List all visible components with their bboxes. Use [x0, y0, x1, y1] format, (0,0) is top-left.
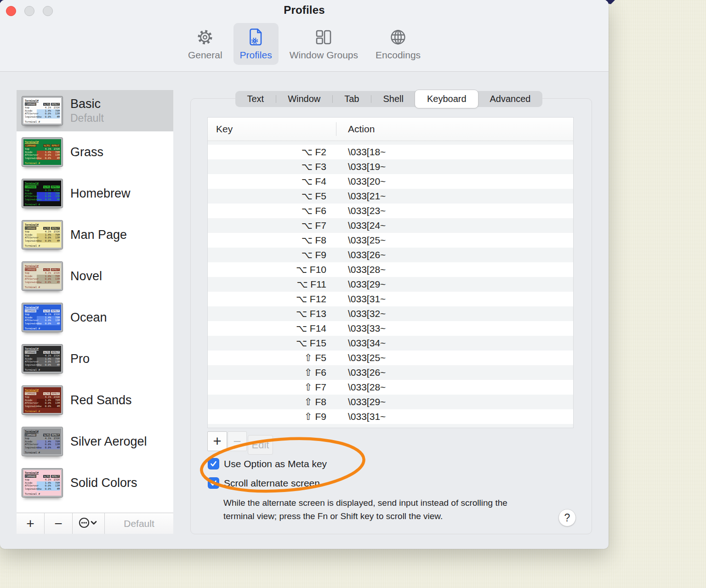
preferences-toolbar: General Profiles Window Groups Encodings: [0, 23, 609, 69]
remove-profile-button[interactable]: −: [45, 513, 73, 534]
profile-row-homebrew[interactable]: Terminal# COMMAND %CPU RPRVT top 4.1% 23…: [17, 173, 173, 214]
tab-advanced[interactable]: Advanced: [478, 91, 542, 107]
tab-shell[interactable]: Shell: [371, 91, 415, 107]
key-binding-row[interactable]: ⌥ F15 \033[34~: [208, 336, 573, 351]
key-binding-row[interactable]: ⌥ F10 \033[28~: [208, 262, 573, 277]
key-binding-row[interactable]: ⇧ F9 \033[31~: [208, 409, 573, 424]
profile-tabs: TextWindowTabShellKeyboardAdvanced: [235, 91, 542, 107]
column-header-action[interactable]: Action: [348, 124, 375, 135]
toolbar-item-window-groups[interactable]: Window Groups: [283, 23, 364, 65]
thumb-title: Terminal#: [25, 265, 60, 268]
profile-name: Silver Aerogel: [70, 435, 147, 449]
profile-name: Pro: [70, 352, 90, 366]
action-cell: \033[19~: [336, 161, 386, 172]
profile-row-basic[interactable]: Terminal# COMMAND %CPU RPRVT top 4.1% 23…: [17, 90, 173, 131]
thumb-prompt: Terminal #: [25, 410, 60, 413]
checkbox-checked-icon[interactable]: [208, 477, 219, 489]
action-cell: \033[24~: [336, 220, 386, 231]
profile-thumbnail: Terminal# COMMAND %CPU RPRVT top 4.1% 23…: [22, 179, 63, 208]
thumb-prompt: Terminal #: [25, 120, 60, 124]
profile-thumbnail: Terminal# COMMAND %CPU RPRVT top 4.1% 23…: [22, 220, 63, 249]
add-profile-button[interactable]: +: [17, 513, 45, 534]
key-cell: ⌥ F11: [208, 279, 336, 290]
window-chrome: Profiles General Profiles Window Groups …: [0, 0, 609, 72]
checkbox-checked-icon[interactable]: [208, 458, 219, 469]
tab-keyboard[interactable]: Keyboard: [415, 90, 478, 108]
profile-row-silver-aerogel[interactable]: Terminal# COMMAND %CPU RPRVT top 4.1% 23…: [17, 421, 173, 462]
desktop-background: Profiles General Profiles Window Groups …: [0, 0, 706, 588]
tab-text[interactable]: Text: [235, 91, 276, 107]
key-binding-row[interactable]: ⌥ F13 \033[32~: [208, 306, 573, 321]
partial-row-top: [208, 141, 573, 145]
key-cell: ⌥ F10: [208, 264, 336, 275]
action-cell: \033[18~: [336, 147, 386, 158]
default-profile-button[interactable]: Default: [105, 513, 173, 534]
profile-row-red-sands[interactable]: Terminal# COMMAND %CPU RPRVT top 4.1% 23…: [17, 379, 173, 421]
key-cell: ⇧ F6: [208, 367, 336, 378]
thumb-title: Terminal#: [25, 99, 60, 102]
thumb-title: Terminal#: [25, 223, 60, 226]
column-header-key[interactable]: Key: [208, 124, 233, 135]
action-cell: \033[33~: [336, 323, 386, 334]
profile-row-man-page[interactable]: Terminal# COMMAND %CPU RPRVT top 4.1% 23…: [17, 214, 173, 255]
profile-row-solid-colors[interactable]: Terminal# COMMAND %CPU RPRVT top 4.1% 23…: [17, 462, 173, 503]
profile-row-grass[interactable]: Terminal# COMMAND %CPU RPRVT top 4.1% 23…: [17, 131, 173, 173]
remove-binding-button[interactable]: −: [228, 431, 247, 451]
key-binding-row[interactable]: ⌥ F12 \033[31~: [208, 292, 573, 306]
key-cell: ⌥ F7: [208, 220, 336, 231]
profile-name: Red Sands: [70, 393, 132, 407]
tab-window[interactable]: Window: [276, 91, 332, 107]
key-binding-row[interactable]: ⌥ F11 \033[29~: [208, 277, 573, 292]
table-body: ⌥ F2 \033[18~ ⌥ F3 \033[19~ ⌥ F4 \033[20…: [208, 145, 573, 424]
thumb-title: Terminal#: [25, 389, 60, 392]
key-binding-row[interactable]: ⇧ F6 \033[26~: [208, 365, 573, 380]
profile-row-pro[interactable]: Terminal# COMMAND %CPU RPRVT top 4.1% 23…: [17, 338, 173, 379]
option-label: Use Option as Meta key: [224, 458, 327, 469]
profile-row-ocean[interactable]: Terminal# COMMAND %CPU RPRVT top 4.1% 23…: [17, 297, 173, 338]
key-binding-row[interactable]: ⌥ F5 \033[21~: [208, 189, 573, 204]
action-cell: \033[28~: [336, 264, 386, 275]
option-scroll-alternate-screen[interactable]: Scroll alternate screen: [208, 477, 320, 489]
key-binding-row[interactable]: ⇧ F7 \033[28~: [208, 380, 573, 395]
add-binding-button[interactable]: +: [207, 431, 227, 451]
thumb-title: Terminal#: [25, 182, 60, 185]
thumb-prompt: Terminal #: [25, 286, 60, 289]
profile-actions-menu-button[interactable]: [73, 513, 105, 534]
key-binding-row[interactable]: ⇧ F5 \033[25~: [208, 351, 573, 365]
thumb-title: Terminal#: [25, 141, 60, 144]
key-cell: ⌥ F3: [208, 161, 336, 172]
action-cell: \033[31~: [336, 294, 386, 305]
key-binding-row[interactable]: ⌥ F8 \033[25~: [208, 233, 573, 248]
sidebar-footer: + − Default: [17, 513, 173, 534]
toolbar-item-encodings[interactable]: Encodings: [369, 23, 427, 65]
help-button[interactable]: ?: [558, 509, 576, 526]
action-cell: \033[25~: [336, 235, 386, 246]
profile-thumbnail: Terminal# COMMAND %CPU RPRVT top 4.1% 23…: [22, 303, 63, 332]
key-binding-row[interactable]: ⌥ F4 \033[20~: [208, 174, 573, 189]
option-use-option-as-meta[interactable]: Use Option as Meta key: [208, 458, 327, 469]
tab-tab[interactable]: Tab: [333, 91, 371, 107]
key-binding-row[interactable]: ⌥ F6 \033[23~: [208, 204, 573, 218]
profile-thumbnail: Terminal# COMMAND %CPU RPRVT top 4.1% 23…: [22, 386, 63, 414]
key-binding-row[interactable]: ⌥ F3 \033[19~: [208, 159, 573, 174]
key-binding-row[interactable]: ⌥ F2 \033[18~: [208, 145, 573, 159]
key-binding-row[interactable]: ⇧ F8 \033[29~: [208, 395, 573, 409]
profile-name: Ocean: [70, 311, 107, 325]
thumb-prompt: Terminal #: [25, 492, 60, 496]
key-binding-row[interactable]: ⌥ F9 \033[26~: [208, 248, 573, 262]
key-binding-row[interactable]: ⌥ F7 \033[24~: [208, 218, 573, 233]
key-bindings-table: Key Action ⌥ F2 \033[18~ ⌥ F3 \033[19~ ⌥…: [208, 118, 573, 428]
profile-row-novel[interactable]: Terminal# COMMAND %CPU RPRVT top 4.1% 23…: [17, 255, 173, 297]
toolbar-item-general[interactable]: General: [182, 23, 229, 65]
option-description: While the alternate screen is displayed,…: [223, 496, 527, 523]
key-cell: ⌥ F5: [208, 191, 336, 202]
key-cell: ⌥ F9: [208, 249, 336, 260]
profile-document-icon: [245, 27, 267, 48]
action-cell: \033[29~: [336, 279, 386, 290]
column-divider[interactable]: [336, 122, 336, 136]
profiles-sidebar: Terminal# COMMAND %CPU RPRVT top 4.1% 23…: [17, 90, 173, 534]
edit-binding-button[interactable]: Edit: [248, 435, 273, 455]
key-binding-row[interactable]: ⌥ F14 \033[33~: [208, 321, 573, 336]
toolbar-item-profiles[interactable]: Profiles: [233, 23, 279, 65]
thumb-prompt: Terminal #: [25, 451, 60, 454]
